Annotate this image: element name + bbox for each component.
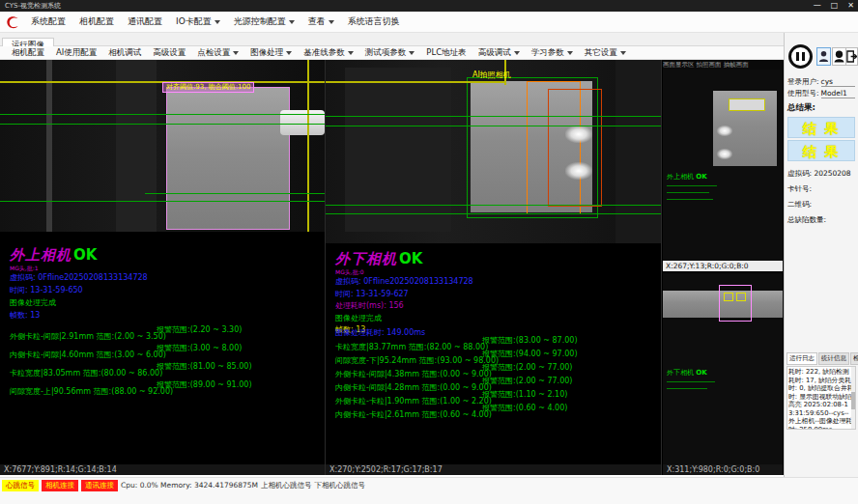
app-logo-icon — [5, 14, 20, 30]
menu-view[interactable]: 查看 — [301, 14, 341, 30]
menubar: 系统配置 相机配置 通讯配置 IO卡配置 光源控制配置 查看 系统语言切换 — [0, 12, 858, 33]
thumbs-header: 画面显示区 拍照画面 抽帧画面 — [663, 60, 783, 70]
model-field[interactable]: Model1 — [821, 89, 855, 98]
tool-camera-config[interactable]: 相机配置 — [6, 47, 50, 59]
login-user-row: 登录用户: cys — [785, 75, 858, 87]
camera-image-lower: AI拍照相机 — [326, 60, 661, 243]
minimize-button[interactable]: — — [814, 0, 821, 12]
pixel-readout-thumb-upper: X:267;Y:13;R:0;G:0;B:0 — [663, 261, 783, 271]
result-box-lower: 结 果 — [787, 140, 855, 161]
tool-spot-check[interactable]: 点检设置 — [191, 47, 244, 59]
logout-button[interactable] — [845, 47, 858, 66]
time-text: 时间: 13-31-59-650 — [10, 284, 148, 296]
login-user-field[interactable]: cys — [821, 77, 855, 87]
app-window: CYS-视觉检测系统 — □ ✕ 系统配置 相机配置 通讯配置 IO卡配置 光源… — [0, 0, 858, 504]
tool-advanced-debug[interactable]: 高级调试 — [472, 47, 526, 59]
lower-camera-heartbeat-text: 下相机心跳信号 — [315, 480, 366, 490]
thumb-result-ok: OK — [696, 173, 706, 181]
pixel-readout-upper: X:7677;Y:891;R:14;G:14;B:14 — [0, 464, 325, 475]
thumb-camera-name: 外下相机 — [667, 369, 694, 377]
pixel-readout-thumb-lower: X:311;Y:980;R:0;G:0;B:0 — [663, 464, 783, 475]
close-button[interactable]: ✕ — [847, 0, 854, 12]
proc-ms-text: 处理耗时(ms): 156 — [335, 300, 473, 312]
admin-mode-button[interactable] — [832, 47, 846, 66]
chevron-down-icon — [289, 20, 295, 24]
chevron-down-icon — [286, 51, 292, 55]
login-user-label: 登录用户: — [787, 77, 819, 87]
right-panel: 登录用户: cys 使用型号: Model1 总结果: 结 果 结 果 虚拟码:… — [784, 33, 858, 490]
result-ok: OK — [399, 250, 422, 267]
result-ok: OK — [73, 246, 97, 264]
thumbnail-upper[interactable]: 外上相机 OK — [663, 70, 783, 261]
chevron-down-icon — [620, 51, 626, 55]
part-region — [166, 87, 290, 230]
menu-language-switch[interactable]: 系统语言切换 — [341, 14, 407, 30]
heartbeat-badge: 心跳信号 — [2, 480, 39, 491]
menu-light-config[interactable]: 光源控制配置 — [227, 14, 301, 30]
menu-camera-config[interactable]: 相机配置 — [72, 14, 121, 30]
baseline-yellow — [326, 81, 504, 83]
toolbar: 相机配置 AI使用配置 相机调试 高级设置 点检设置 图像处理 基准线参数 测试… — [0, 46, 785, 60]
barcode-text: 虚拟码: 0Ffline20250208133134728 — [335, 275, 473, 288]
tool-learning-params[interactable]: 学习参数 — [526, 47, 579, 59]
view-divider — [661, 60, 662, 475]
tool-ai-config[interactable]: AI使用配置 — [50, 47, 102, 59]
menu-system-config[interactable]: 系统配置 — [24, 14, 72, 30]
tool-test-params[interactable]: 测试项参数 — [359, 47, 421, 59]
tab-run-log[interactable]: 运行日志 — [786, 352, 817, 365]
window-title: CYS-视觉检测系统 — [5, 2, 61, 10]
camera-view-upper[interactable]: 对齐阈值:93, 吻合阈值:100 外上相机OK MG头,批:1 虚拟码: 0F… — [0, 60, 325, 464]
tab-statistics[interactable]: 统计信息 — [818, 352, 849, 365]
model-row: 使用型号: Model1 — [785, 87, 858, 98]
ai-camera-label: AI拍照相机 — [472, 70, 511, 80]
thumb-camera-name: 外上相机 — [667, 173, 694, 181]
log-text: 耗时: 222, 缺陷检测耗时: 17, 缺陷分类耗时: 0, 缺陷提取合并耗时… — [788, 368, 853, 430]
tab-detection-info[interactable]: 检测信息 — [850, 352, 858, 365]
tool-other-settings[interactable]: 其它设置 — [579, 47, 632, 59]
time-text: 时间: 13-31-59-627 — [335, 288, 473, 300]
chevron-down-icon — [233, 51, 239, 55]
window-controls: — □ ✕ — [814, 0, 854, 12]
tool-advanced-settings[interactable]: 高级设置 — [147, 47, 191, 59]
measurement-row: 间隙宽度-上|90.56mm 范围:(88.00 ~ 92.00)报警范围:(8… — [10, 379, 173, 398]
log-output[interactable]: 耗时: 222, 缺陷检测耗时: 17, 缺陷分类耗时: 0, 缺陷提取合并耗时… — [786, 366, 856, 430]
titlebar: CYS-视觉检测系统 — □ ✕ — [0, 0, 858, 12]
tool-baseline-params[interactable]: 基准线参数 — [298, 47, 359, 59]
camera-tag: MG头,批:0 — [335, 268, 473, 275]
upper-camera-heartbeat-text: 上相机心跳信号 — [261, 480, 312, 490]
cpu-memory-text: Cpu: 0.0% Memory: 3424.41796875M — [121, 480, 258, 490]
thumbnail-lower[interactable]: 外下相机 OK — [663, 273, 783, 464]
pause-button[interactable] — [788, 44, 813, 69]
menu-comm-config[interactable]: 通讯配置 — [121, 14, 169, 30]
measurement-row: 内侧卡粒-卡粒|2.61mm 范围:(0.60 ~ 4.00)报警范围:(0.6… — [335, 403, 492, 421]
maximize-button[interactable]: □ — [831, 0, 839, 12]
chevron-down-icon — [348, 51, 354, 55]
user-icon — [818, 50, 829, 63]
measurement-row: 外侧卡粒-间隙|2.91mm 范围:(2.00 ~ 3.50)报警范围:(2.2… — [10, 324, 166, 343]
chevron-down-icon — [567, 51, 573, 55]
defect-count-label: 总缺陷数量: — [785, 210, 858, 225]
comm-connect-badge: 通讯连接 — [81, 480, 118, 491]
total-result-label: 总结果: — [785, 98, 858, 115]
chevron-down-icon — [409, 51, 415, 55]
tool-camera-debug[interactable]: 相机调试 — [102, 47, 147, 59]
log-scrollbar[interactable] — [851, 367, 855, 429]
needle-number-label: 卡针号: — [785, 179, 858, 194]
chevron-down-icon — [329, 20, 334, 24]
panel-tabs: 运行日志 统计信息 检测信息 — [786, 352, 856, 365]
statusbar: 心跳信号 相机连接 通讯连接 Cpu: 0.0% Memory: 3424.41… — [0, 477, 858, 504]
tool-plc-address[interactable]: PLC地址表 — [420, 47, 472, 59]
camera-connect-badge: 相机连接 — [42, 480, 78, 491]
panel-barcode: 虚拟码: 20250208 — [785, 163, 858, 179]
qr-code-label: 二维码: — [785, 194, 858, 210]
tool-image-processing[interactable]: 图像处理 — [244, 47, 298, 59]
user-mode-button[interactable] — [816, 47, 831, 66]
user-dark-icon — [834, 50, 844, 63]
barcode-text: 虚拟码: 0Ffline20250208133134728 — [10, 271, 148, 284]
measurement-row: 内侧卡粒-间隙|4.60mm 范围:(3.00 ~ 6.00)报警范围:(3.0… — [10, 343, 166, 361]
frame-count: 帧数: 13 — [10, 309, 148, 322]
menu-io-config[interactable]: IO卡配置 — [169, 14, 227, 30]
status-text: 图像处理完成 — [10, 296, 148, 309]
pause-icon — [796, 52, 799, 61]
camera-view-lower[interactable]: AI拍照相机 外下相机OK MG头,批:0 虚拟码: 0Ffline202502… — [326, 60, 661, 464]
